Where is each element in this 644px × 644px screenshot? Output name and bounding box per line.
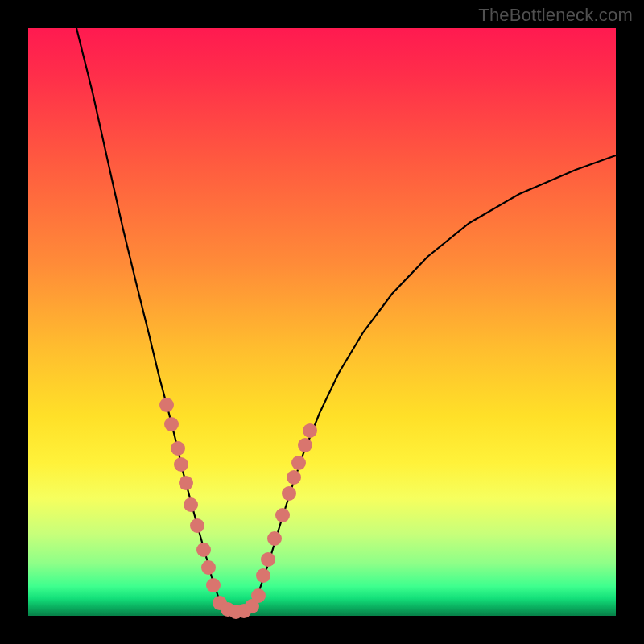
curve-bead [159,398,174,412]
curve-bead [267,531,282,546]
curve-bead [256,568,270,583]
watermark-text: TheBottleneck.com [478,5,633,26]
image-frame: TheBottleneck.com [0,0,644,644]
curve-bead [298,438,312,452]
curve-bead [164,417,179,431]
curve-bead [275,508,290,522]
bottleneck-curve-path [76,28,616,613]
curve-bead [303,423,317,438]
curve-bead [206,578,221,592]
curve-bead [184,497,198,512]
curve-bead [190,518,204,533]
curve-bead [287,470,301,485]
curve-beads-group [159,398,317,619]
curve-bead [201,560,216,575]
curve-bead [196,543,211,557]
bottleneck-curve-svg [28,28,616,616]
curve-bead [171,441,185,456]
curve-bead [282,486,296,501]
curve-bead [261,552,275,567]
curve-bead [291,456,306,470]
curve-bead [251,588,266,603]
plot-area [28,28,616,616]
curve-bead [179,476,193,490]
curve-bead [174,457,188,472]
